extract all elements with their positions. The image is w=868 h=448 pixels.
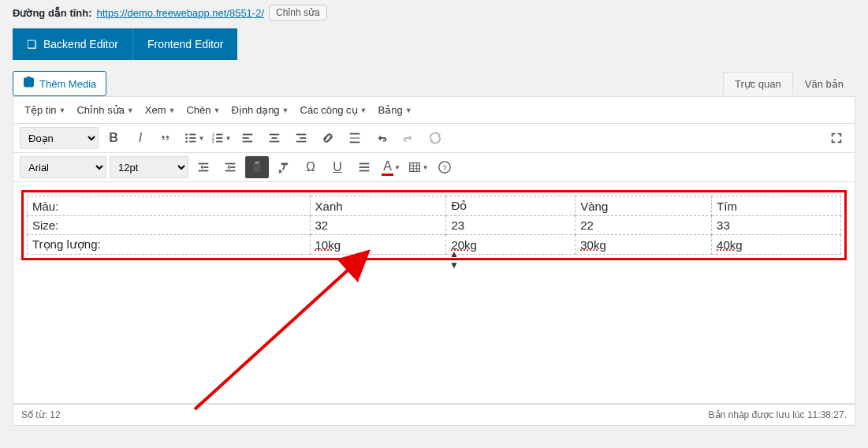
toolbar-row-2: Arial 12pt Ω U A▼ ▼ ? [13, 153, 855, 182]
svg-rect-37 [359, 170, 370, 172]
chevron-down-icon: ▼ [282, 106, 289, 114]
svg-rect-32 [225, 170, 236, 172]
backend-editor-button[interactable]: ❏ Backend Editor [13, 28, 132, 60]
chevron-down-icon: ▼ [405, 106, 412, 114]
backend-icon: ❏ [27, 38, 37, 50]
svg-rect-8 [189, 141, 196, 143]
svg-rect-38 [409, 163, 419, 172]
italic-button[interactable]: I [129, 127, 152, 149]
chevron-down-icon: ▼ [169, 106, 176, 114]
svg-line-45 [195, 252, 368, 409]
svg-rect-6 [189, 137, 196, 139]
insert-more-button[interactable] [343, 127, 367, 149]
underline-button[interactable]: U [326, 156, 349, 178]
font-size-select[interactable]: 12pt [110, 156, 188, 178]
svg-rect-23 [296, 141, 307, 143]
svg-point-7 [185, 140, 188, 143]
help-button[interactable]: ? [433, 156, 456, 178]
permalink-label: Đường dẫn tĩnh: [13, 7, 92, 19]
outdent-button[interactable] [192, 156, 215, 178]
undo-button[interactable] [370, 127, 393, 149]
edit-permalink-button[interactable]: Chỉnh sửa [269, 5, 327, 21]
svg-rect-16 [243, 137, 249, 139]
bold-button[interactable]: B [102, 127, 125, 149]
menu-tools[interactable]: Các công cụ ▼ [296, 100, 372, 120]
backend-editor-label: Backend Editor [43, 38, 118, 50]
align-right-button[interactable] [289, 127, 313, 149]
toolbar-row-1: Đoạn B I ▼ 123▼ [13, 124, 855, 153]
svg-rect-12 [216, 137, 222, 139]
content-table[interactable]: Màu: Xanh Đỏ Vàng Tím Size: 32 23 22 33 [27, 196, 841, 255]
chevron-down-icon: ▼ [127, 106, 134, 114]
camera-icon [23, 77, 35, 91]
content-table-highlight: Màu: Xanh Đỏ Vàng Tím Size: 32 23 22 33 [21, 190, 847, 260]
refresh-button[interactable] [423, 127, 447, 149]
svg-rect-33 [254, 163, 261, 173]
format-select[interactable]: Đoạn [20, 127, 99, 149]
add-media-button[interactable]: Thêm Media [13, 71, 106, 96]
svg-rect-19 [271, 137, 277, 139]
permalink-url[interactable]: https://demo.freewebapp.net/8551-2/ [97, 7, 264, 19]
svg-rect-29 [199, 170, 209, 172]
permalink-row: Đường dẫn tĩnh: https://demo.freewebapp.… [13, 0, 855, 28]
svg-rect-17 [243, 141, 253, 143]
tab-visual[interactable]: Trực quan [723, 72, 793, 96]
svg-text:3: 3 [211, 139, 214, 144]
svg-rect-4 [189, 134, 196, 136]
tab-text[interactable]: Văn bản [793, 72, 855, 96]
table-row: Trọng lượng: 10kg 20kg 30kg 40kg [28, 235, 841, 255]
menu-file[interactable]: Tệp tin ▼ [20, 100, 70, 120]
table-row: Màu: Xanh Đỏ Vàng Tím [28, 196, 841, 216]
word-count: Số từ: 12 [21, 409, 61, 420]
editor-tabs: Trực quan Văn bản [723, 72, 855, 96]
svg-rect-18 [270, 134, 280, 136]
editor-content[interactable]: Màu: Xanh Đỏ Vàng Tím Size: 32 23 22 33 [13, 182, 855, 403]
text-color-button[interactable]: A▼ [379, 156, 403, 178]
editor-box: Tệp tin ▼ Chỉnh sửa ▼ Xem ▼ Chèn ▼ Định … [13, 96, 855, 404]
annotation-arrow [187, 244, 392, 417]
svg-rect-27 [199, 163, 209, 165]
svg-rect-21 [296, 134, 307, 136]
svg-rect-26 [350, 142, 360, 144]
numbered-list-button[interactable]: 123▼ [209, 127, 233, 149]
svg-rect-15 [243, 134, 253, 136]
clear-formatting-button[interactable] [272, 156, 296, 178]
special-char-button[interactable]: Ω [299, 156, 322, 178]
bullet-list-button[interactable]: ▼ [182, 127, 206, 149]
blockquote-button[interactable] [155, 127, 179, 149]
align-left-button[interactable] [236, 127, 259, 149]
status-bar: Số từ: 12 Bản nháp được lưu lúc 11:38:27… [13, 404, 855, 426]
menu-view[interactable]: Xem ▼ [140, 100, 181, 120]
chevron-down-icon: ▼ [59, 106, 66, 114]
frontend-editor-button[interactable]: Frontend Editor [132, 28, 238, 60]
redo-button[interactable] [397, 127, 420, 149]
svg-rect-10 [216, 134, 222, 136]
align-justify-button[interactable] [352, 156, 376, 178]
svg-text:?: ? [442, 163, 447, 172]
align-center-button[interactable] [263, 127, 286, 149]
link-button[interactable] [316, 127, 340, 149]
menu-table[interactable]: Bảng ▼ [373, 100, 416, 120]
font-family-select[interactable]: Arial [20, 156, 106, 178]
menu-edit[interactable]: Chỉnh sửa ▼ [72, 100, 138, 120]
chevron-down-icon: ▼ [214, 106, 221, 114]
menu-format[interactable]: Định dạng ▼ [226, 100, 293, 120]
menu-insert[interactable]: Chèn ▼ [181, 100, 225, 120]
svg-rect-28 [203, 166, 208, 168]
svg-rect-34 [255, 162, 259, 164]
svg-rect-31 [230, 166, 235, 168]
editor-switch: ❏ Backend Editor Frontend Editor [13, 28, 855, 60]
svg-rect-14 [216, 141, 222, 143]
svg-point-3 [185, 133, 188, 136]
indent-button[interactable] [218, 156, 242, 178]
editor-menubar: Tệp tin ▼ Chỉnh sửa ▼ Xem ▼ Chèn ▼ Định … [13, 97, 855, 124]
svg-rect-20 [270, 141, 280, 143]
svg-point-2 [32, 80, 32, 80]
paste-button[interactable] [245, 156, 269, 178]
svg-rect-35 [359, 163, 370, 165]
table-button[interactable]: ▼ [406, 156, 430, 178]
svg-rect-24 [350, 133, 360, 135]
add-media-label: Thêm Media [39, 78, 96, 90]
draft-saved-text: Bản nháp được lưu lúc 11:38:27. [709, 409, 847, 420]
fullscreen-button[interactable] [825, 127, 848, 149]
